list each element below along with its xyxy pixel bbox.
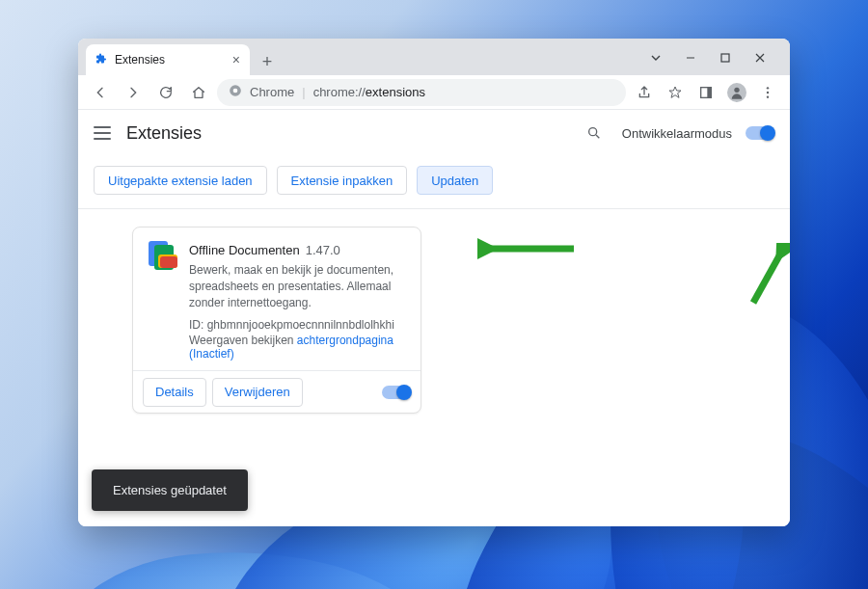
svg-point-9: [589, 128, 597, 136]
side-panel-icon[interactable]: [692, 78, 720, 107]
svg-point-2: [233, 89, 238, 94]
window-controls: [639, 44, 780, 75]
search-icon[interactable]: [580, 119, 609, 147]
tab-close-button[interactable]: ×: [232, 53, 240, 67]
bookmark-icon[interactable]: [661, 78, 690, 107]
profile-avatar[interactable]: [722, 78, 751, 107]
developer-toolbar: Uitgepakte extensie laden Extensie inpak…: [78, 156, 790, 209]
extension-card: Offline Documenten1.47.0 Bewerk, maak en…: [132, 227, 421, 414]
browser-tab[interactable]: Extensies ×: [86, 44, 250, 75]
chrome-window: Extensies × + Chrome | chrome://extensio…: [78, 39, 790, 526]
extension-views: Weergaven bekijken achtergrondpagina (In…: [189, 334, 405, 361]
load-unpacked-button[interactable]: Uitgepakte extensie laden: [94, 166, 267, 195]
page-title: Extensies: [126, 123, 202, 144]
puzzle-icon: [95, 53, 107, 67]
forward-button[interactable]: [119, 78, 148, 107]
home-button[interactable]: [184, 78, 213, 107]
svg-rect-0: [721, 54, 729, 62]
chevron-down-icon[interactable]: [639, 44, 672, 71]
extensions-header: Extensies Ontwikkelaarmodus: [78, 110, 790, 156]
tab-strip: Extensies × +: [78, 39, 790, 75]
close-window-button[interactable]: [744, 44, 776, 71]
share-icon[interactable]: [630, 78, 659, 107]
extensions-page: Extensies Ontwikkelaarmodus Uitgepakte e…: [78, 110, 790, 526]
extension-id: ID: ghbmnnjooekpmoecnnnilnnbdlolhkhi: [189, 318, 405, 332]
pack-extension-button[interactable]: Extensie inpakken: [277, 166, 408, 195]
svg-point-8: [767, 95, 769, 97]
svg-point-5: [734, 87, 739, 92]
svg-point-7: [767, 91, 769, 93]
toast-notification: Extensies geüpdatet: [92, 469, 248, 511]
tab-title: Extensies: [115, 53, 165, 67]
extension-description: Bewerk, maak en bekijk je documenten, sp…: [189, 262, 405, 310]
address-bar[interactable]: Chrome | chrome://extensions: [217, 79, 626, 106]
minimize-button[interactable]: [674, 44, 707, 71]
new-tab-button[interactable]: +: [254, 48, 281, 75]
extension-version: 1.47.0: [306, 243, 340, 257]
remove-button[interactable]: Verwijderen: [212, 378, 303, 407]
back-button[interactable]: [86, 78, 115, 107]
toast-message: Extensies geüpdatet: [113, 483, 227, 497]
chrome-icon: [229, 84, 242, 100]
menu-button[interactable]: [94, 126, 111, 140]
update-button[interactable]: Updaten: [417, 166, 493, 195]
menu-icon[interactable]: [753, 78, 782, 107]
address-separator: |: [302, 85, 305, 99]
reload-button[interactable]: [151, 78, 180, 107]
address-origin: Chrome: [250, 85, 294, 99]
address-path: chrome://extensions: [313, 85, 425, 99]
toolbar: Chrome | chrome://extensions: [78, 75, 790, 110]
extension-name: Offline Documenten: [189, 243, 300, 257]
maximize-button[interactable]: [709, 44, 742, 71]
extension-enable-toggle[interactable]: [382, 386, 411, 399]
developer-mode-label: Ontwikkelaarmodus: [622, 126, 732, 141]
docs-offline-icon: [149, 241, 177, 270]
developer-mode-toggle[interactable]: [746, 126, 774, 140]
svg-rect-4: [707, 87, 711, 97]
details-button[interactable]: Details: [143, 378, 206, 407]
extensions-grid: Offline Documenten1.47.0 Bewerk, maak en…: [78, 209, 790, 431]
svg-point-6: [767, 87, 769, 89]
